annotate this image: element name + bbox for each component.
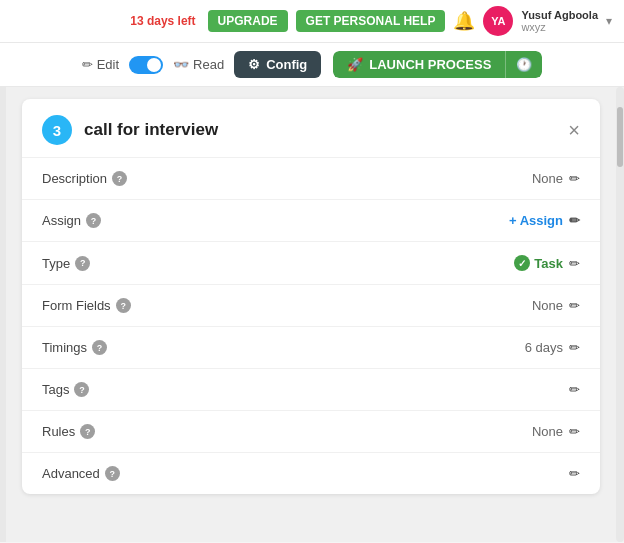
timings-label: Timings ?: [42, 340, 152, 355]
task-badge: ✓ Task: [514, 255, 563, 271]
type-edit-icon[interactable]: ✏: [569, 256, 580, 271]
description-row: Description ? None ✏: [22, 158, 600, 200]
top-bar: 13 days left UPGRADE GET PERSONAL HELP 🔔…: [0, 0, 624, 43]
type-row: Type ? ✓ Task ✏: [22, 242, 600, 285]
rules-value: None ✏: [160, 424, 580, 439]
scrollbar-track[interactable]: [616, 87, 624, 542]
user-name: Yusuf Agboola: [521, 9, 598, 21]
user-sub: wxyz: [521, 21, 598, 33]
main-content: 3 call for interview × Description ? Non…: [0, 87, 624, 542]
close-button[interactable]: ×: [568, 120, 580, 140]
launch-label: LAUNCH PROCESS: [369, 57, 491, 72]
description-help-icon[interactable]: ?: [112, 171, 127, 186]
tags-row: Tags ? ✏: [22, 369, 600, 411]
timings-help-icon[interactable]: ?: [92, 340, 107, 355]
type-label: Type ?: [42, 256, 152, 271]
user-info: Yusuf Agboola wxyz: [521, 9, 598, 33]
toggle-switch[interactable]: [129, 56, 163, 74]
rules-help-icon[interactable]: ?: [80, 424, 95, 439]
form-fields-row: Form Fields ? None ✏: [22, 285, 600, 327]
edit-label: Edit: [97, 57, 119, 72]
advanced-row: Advanced ? ✏: [22, 453, 600, 494]
advanced-help-icon[interactable]: ?: [105, 466, 120, 481]
assign-help-icon[interactable]: ?: [86, 213, 101, 228]
card-title: call for interview: [84, 120, 556, 140]
personal-help-button[interactable]: GET PERSONAL HELP: [296, 10, 446, 32]
config-button[interactable]: ⚙ Config: [234, 51, 321, 78]
type-value: ✓ Task ✏: [160, 255, 580, 271]
rules-row: Rules ? None ✏: [22, 411, 600, 453]
clock-icon: 🕐: [516, 57, 532, 72]
form-fields-edit-icon[interactable]: ✏: [569, 298, 580, 313]
assign-label: Assign ?: [42, 213, 152, 228]
assign-edit-icon[interactable]: ✏: [569, 213, 580, 228]
rocket-icon: 🚀: [347, 57, 363, 72]
form-fields-label: Form Fields ?: [42, 298, 152, 313]
advanced-label: Advanced ?: [42, 466, 152, 481]
assign-row: Assign ? + Assign ✏: [22, 200, 600, 242]
step-badge: 3: [42, 115, 72, 145]
glasses-icon: 👓: [173, 57, 189, 72]
advanced-value: ✏: [160, 466, 580, 481]
form-fields-value: None ✏: [160, 298, 580, 313]
description-value: None ✏: [160, 171, 580, 186]
assign-value[interactable]: + Assign ✏: [160, 213, 580, 228]
toolbar-left: ✏ Edit 👓 Read ⚙ Config: [82, 51, 322, 78]
tags-edit-icon[interactable]: ✏: [569, 382, 580, 397]
timings-row: Timings ? 6 days ✏: [22, 327, 600, 369]
read-button[interactable]: 👓 Read: [173, 57, 224, 72]
pencil-icon: ✏: [82, 57, 93, 72]
advanced-edit-icon[interactable]: ✏: [569, 466, 580, 481]
avatar: YA: [483, 6, 513, 36]
launch-process-button[interactable]: 🚀 LAUNCH PROCESS: [333, 51, 505, 78]
chevron-down-icon[interactable]: ▾: [606, 14, 612, 28]
days-left: 13 days left: [130, 14, 195, 28]
tags-value: ✏: [160, 382, 580, 397]
config-label: Config: [266, 57, 307, 72]
launch-group: 🚀 LAUNCH PROCESS 🕐: [333, 51, 542, 78]
description-edit-icon[interactable]: ✏: [569, 171, 580, 186]
gear-icon: ⚙: [248, 57, 260, 72]
type-help-icon[interactable]: ?: [75, 256, 90, 271]
description-label: Description ?: [42, 171, 152, 186]
rules-label: Rules ?: [42, 424, 152, 439]
tags-label: Tags ?: [42, 382, 152, 397]
check-circle-icon: ✓: [514, 255, 530, 271]
step-card: 3 call for interview × Description ? Non…: [22, 99, 600, 494]
upgrade-button[interactable]: UPGRADE: [208, 10, 288, 32]
scrollbar-thumb[interactable]: [617, 107, 623, 167]
tags-help-icon[interactable]: ?: [74, 382, 89, 397]
toolbar: ✏ Edit 👓 Read ⚙ Config 🚀 LAUNCH PROCESS …: [0, 43, 624, 87]
read-label: Read: [193, 57, 224, 72]
bell-icon[interactable]: 🔔: [453, 10, 475, 32]
timings-value: 6 days ✏: [160, 340, 580, 355]
timings-edit-icon[interactable]: ✏: [569, 340, 580, 355]
rules-edit-icon[interactable]: ✏: [569, 424, 580, 439]
edit-button[interactable]: ✏ Edit: [82, 57, 119, 72]
form-fields-help-icon[interactable]: ?: [116, 298, 131, 313]
card-header: 3 call for interview ×: [22, 99, 600, 158]
launch-time-button[interactable]: 🕐: [505, 51, 542, 78]
card-container: 3 call for interview × Description ? Non…: [6, 87, 616, 542]
